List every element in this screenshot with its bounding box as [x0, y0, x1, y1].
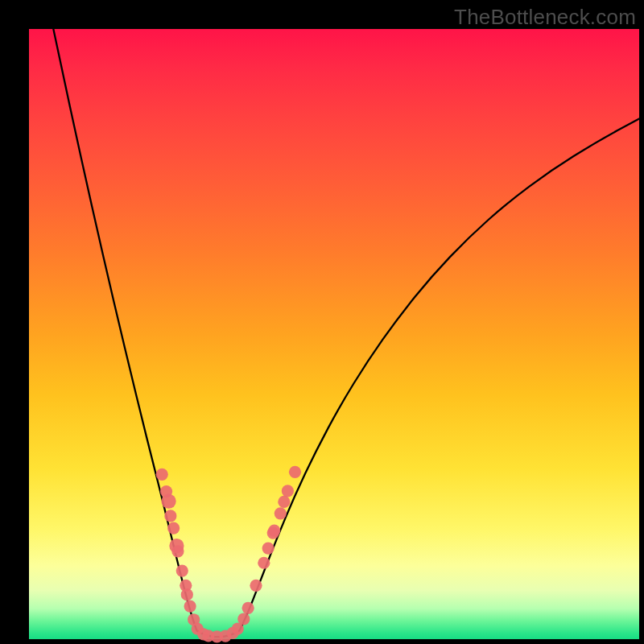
watermark-text: TheBottleneck.com: [454, 5, 636, 30]
data-point: [289, 466, 301, 478]
data-point: [156, 469, 168, 481]
plot-area: [29, 29, 639, 639]
data-point: [164, 510, 176, 522]
curve-lines: [53, 29, 639, 637]
data-point: [167, 522, 180, 534]
data-point: [282, 485, 294, 497]
data-point: [262, 542, 275, 554]
data-point: [184, 600, 196, 612]
data-point: [171, 545, 184, 557]
scatter-dots: [156, 466, 301, 643]
data-point: [268, 524, 280, 536]
data-point: [237, 613, 250, 625]
data-point: [181, 588, 193, 601]
bottleneck-curve: [53, 29, 639, 637]
data-point: [242, 602, 254, 614]
data-point: [250, 580, 262, 592]
data-point: [258, 557, 270, 569]
chart-frame: TheBottleneck.com: [0, 0, 644, 644]
chart-svg: [29, 29, 639, 639]
data-point: [278, 496, 290, 508]
data-point: [176, 565, 188, 577]
data-point: [275, 507, 287, 519]
data-point: [161, 494, 175, 509]
